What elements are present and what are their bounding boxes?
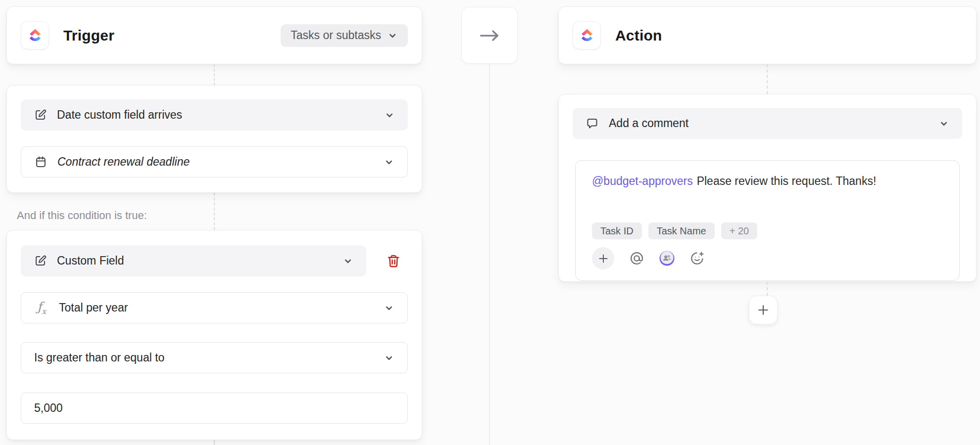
trigger-connector-3 — [214, 440, 215, 445]
arrow-right-icon — [478, 28, 501, 43]
assignee-avatar-button[interactable] — [659, 251, 675, 266]
trigger-config-card: Date custom field arrives Contract renew… — [6, 85, 422, 193]
trigger-event-dropdown[interactable]: Date custom field arrives — [21, 99, 408, 131]
edit-icon — [34, 254, 47, 267]
chevron-down-icon — [387, 30, 398, 41]
action-type-dropdown[interactable]: Add a comment — [573, 108, 962, 139]
trigger-scope-dropdown[interactable]: Tasks or subtasks — [281, 24, 408, 47]
trigger-connector-1 — [214, 64, 215, 86]
variable-chip-task-id[interactable]: Task ID — [592, 222, 642, 239]
action-config-card: Add a comment @budget-approversPlease re… — [558, 94, 977, 282]
comment-bubble-icon — [586, 117, 599, 130]
condition-type-dropdown[interactable]: Custom Field — [21, 245, 366, 276]
action-connector-1 — [767, 64, 768, 94]
add-variable-button[interactable] — [592, 247, 614, 269]
comment-editor[interactable]: @budget-approversPlease review this requ… — [575, 160, 960, 281]
formula-icon: ƒx — [34, 300, 49, 316]
chevron-down-icon — [384, 157, 394, 168]
action-header-card: Action — [558, 6, 977, 64]
calendar-icon — [34, 155, 48, 169]
comment-text: Please review this request. Thanks! — [697, 175, 877, 187]
chevron-down-icon — [343, 256, 353, 267]
condition-field-dropdown[interactable]: ƒx Total per year — [21, 292, 408, 323]
action-type-label: Add a comment — [609, 117, 688, 130]
condition-type-label: Custom Field — [57, 254, 124, 267]
mention-button[interactable] — [629, 251, 644, 266]
trigger-connector-2 — [214, 193, 215, 230]
chevron-down-icon — [384, 303, 394, 313]
plus-icon — [756, 303, 770, 317]
variable-chip-task-name[interactable]: Task Name — [648, 222, 715, 239]
plus-icon — [597, 253, 609, 265]
comment-toolbar — [592, 247, 943, 269]
mention-token[interactable]: @budget-approvers — [592, 175, 693, 187]
condition-card: Custom Field ƒx Total per year Is greate… — [6, 230, 422, 440]
trigger-field-label: Contract renewal deadline — [57, 155, 190, 169]
flow-spine-line — [489, 64, 490, 445]
edit-icon — [34, 108, 47, 122]
condition-intro-label: And if this condition is true: — [17, 209, 147, 222]
condition-operator-label: Is greater than or equal to — [34, 351, 164, 364]
trigger-scope-label: Tasks or subtasks — [291, 29, 381, 42]
trash-icon — [386, 254, 401, 268]
add-action-button[interactable] — [749, 296, 778, 324]
clickup-logo-icon — [573, 21, 601, 49]
trigger-header-card: Trigger Tasks or subtasks — [6, 6, 422, 64]
trigger-title: Trigger — [63, 27, 114, 44]
action-title: Action — [615, 27, 662, 44]
trigger-field-dropdown[interactable]: Contract renewal deadline — [21, 146, 408, 178]
condition-field-label: Total per year — [59, 301, 128, 314]
at-mention-icon — [629, 251, 644, 266]
delete-condition-button[interactable] — [379, 245, 408, 276]
arrow-right-connector — [461, 7, 518, 64]
variable-chip-more[interactable]: + 20 — [721, 222, 757, 239]
emoji-button[interactable] — [689, 251, 705, 266]
action-connector-2 — [767, 282, 768, 296]
chevron-down-icon — [938, 118, 949, 129]
chevron-down-icon — [384, 353, 394, 363]
chevron-down-icon — [384, 110, 395, 121]
clickup-logo-icon — [21, 21, 49, 49]
trigger-event-label: Date custom field arrives — [57, 108, 182, 122]
comment-content: @budget-approversPlease review this requ… — [592, 175, 943, 188]
variable-chips-row: Task ID Task Name + 20 — [592, 222, 943, 239]
condition-value-input[interactable] — [21, 393, 408, 424]
people-avatar-icon — [659, 251, 675, 266]
condition-operator-dropdown[interactable]: Is greater than or equal to — [21, 342, 408, 373]
emoji-add-icon — [689, 251, 705, 266]
